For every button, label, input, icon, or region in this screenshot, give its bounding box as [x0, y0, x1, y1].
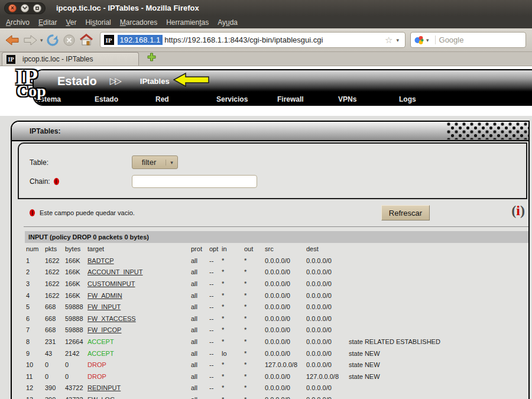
cell-out: *: [243, 394, 264, 399]
target-link[interactable]: DROP: [87, 373, 106, 380]
cell-bytes: 12664: [64, 336, 86, 348]
target-link[interactable]: ACCOUNT_INPUT: [87, 268, 143, 275]
cell-src: 0.0.0.0/0: [264, 290, 305, 301]
cell-num: 4: [25, 290, 44, 301]
cell-opt: --: [208, 313, 220, 325]
iptables-panel: IPTables: Table: filter ▾ Chain:: [11, 121, 530, 399]
chain-label: Chain:: [30, 177, 132, 186]
cell-src: 0.0.0.0/0: [264, 301, 305, 313]
table-row: 12 390 43722 REDINPUT all -- * * 0.0.0.0…: [25, 382, 440, 394]
back-icon[interactable]: [5, 33, 20, 47]
cell-opt: --: [208, 371, 220, 382]
breadcrumb-separator-icon: ▷▷: [110, 76, 120, 86]
cell-pkts: 1622: [44, 290, 64, 301]
target-link[interactable]: ACCEPT: [87, 338, 114, 345]
dot-pattern-decoration: [447, 122, 528, 140]
cell-extra: [348, 301, 440, 313]
target-link[interactable]: FW_IPCOP: [87, 326, 121, 333]
cell-src: 0.0.0.0/0: [264, 348, 305, 359]
search-engine-caret-icon[interactable]: ▾: [426, 37, 429, 43]
cell-opt: --: [208, 359, 220, 371]
info-icon[interactable]: (i): [511, 203, 525, 219]
new-tab-icon[interactable]: [147, 53, 156, 64]
cell-in: lo: [220, 348, 243, 359]
cell-in: *: [220, 382, 243, 394]
close-window-icon[interactable]: ×: [8, 4, 17, 12]
reload-icon[interactable]: [46, 33, 60, 47]
menubar-item[interactable]: Herramientas: [166, 18, 209, 27]
cell-src: 0.0.0.0/0: [264, 382, 305, 394]
cell-num: 3: [25, 278, 44, 290]
cell-num: 7: [25, 325, 44, 336]
url-dropdown-caret-icon[interactable]: ▾: [396, 37, 399, 43]
table-select[interactable]: filter ▾: [132, 155, 178, 169]
hint-row: Este campo puede quedar vacio. Refrescar…: [12, 199, 528, 226]
column-header: target: [86, 243, 190, 255]
cell-in: *: [220, 336, 243, 348]
search-box[interactable]: ▾ Google: [410, 32, 526, 48]
cell-opt: --: [208, 348, 220, 359]
cell-num: 10: [25, 359, 44, 371]
cell-opt: --: [208, 325, 220, 336]
cell-in: *: [220, 255, 243, 267]
cell-prot: all: [190, 313, 208, 325]
menubar-item[interactable]: Ayuda: [218, 18, 238, 27]
table-row: 5 668 59888 FW_INPUT all -- * * 0.0.0.0/…: [25, 301, 440, 313]
table-row: 6 668 59888 FW_XTACCESS all -- * * 0.0.0…: [25, 313, 440, 325]
maximize-window-icon[interactable]: [33, 4, 41, 12]
cell-src: 0.0.0.0/0: [264, 371, 305, 382]
site-nav-item[interactable]: Red: [155, 95, 216, 103]
menubar-item[interactable]: Marcadores: [120, 18, 157, 27]
bookmark-star-icon[interactable]: ☆: [385, 35, 392, 46]
tab-active[interactable]: IP ipcop.tic.loc - IPTables: [2, 52, 139, 66]
site-nav-item[interactable]: Servicios: [216, 95, 277, 103]
cell-opt: --: [208, 290, 220, 301]
menubar-item[interactable]: Historial: [85, 18, 111, 27]
target-link[interactable]: CUSTOMINPUT: [87, 280, 135, 287]
target-link[interactable]: BADTCP: [87, 257, 114, 264]
target-link[interactable]: ACCEPT: [87, 350, 114, 357]
chain-input[interactable]: [132, 175, 257, 188]
menubar-item[interactable]: Editar: [38, 18, 57, 27]
table-row: 11 0 0 DROP all -- * * 0.0.0.0/0 127.0: [25, 371, 440, 382]
target-link[interactable]: DROP: [87, 361, 106, 368]
cell-target: FW_ADMIN: [86, 290, 190, 301]
menubar-item[interactable]: Ver: [66, 18, 76, 27]
cell-src: 0.0.0.0/0: [264, 267, 305, 278]
target-link[interactable]: FW_XTACCESS: [87, 315, 136, 322]
cell-dest: 0.0.0.0/0: [305, 359, 348, 371]
cell-bytes: 59888: [64, 301, 86, 313]
url-bar[interactable]: IP 192.168.1.1 https://192.168.1.1:8443/…: [100, 32, 406, 48]
cell-out: *: [243, 348, 264, 359]
minimize-window-icon[interactable]: [21, 4, 29, 12]
tab-favicon: IP: [7, 55, 15, 64]
target-link[interactable]: REDINPUT: [87, 384, 121, 391]
menubar: Archivo Editar Ver Historial Marcadores …: [0, 16, 532, 28]
site-nav-item[interactable]: Logs: [399, 95, 460, 103]
target-link[interactable]: FW_ADMIN: [87, 292, 122, 299]
forward-icon[interactable]: [22, 33, 38, 47]
cell-out: *: [243, 382, 264, 394]
column-header: num: [25, 243, 44, 255]
home-icon[interactable]: [79, 33, 94, 47]
google-icon: [414, 35, 424, 45]
column-header: src: [264, 243, 305, 255]
cell-target: ACCOUNT_INPUT: [86, 267, 190, 278]
back-history-caret-icon[interactable]: ▾: [40, 37, 43, 43]
site-nav-item[interactable]: Estado: [95, 95, 155, 103]
cell-extra: [348, 394, 440, 399]
cell-num: 1: [25, 255, 44, 267]
target-link[interactable]: FW_INPUT: [87, 303, 121, 310]
cell-out: *: [243, 255, 264, 267]
cell-opt: --: [208, 336, 220, 348]
cell-extra: state NEW: [348, 371, 440, 382]
site-nav-item[interactable]: VPNs: [338, 95, 399, 103]
site-nav-item[interactable]: Firewall: [277, 95, 338, 103]
cell-num: 12: [25, 382, 44, 394]
column-header: bytes: [64, 243, 86, 255]
refresh-button[interactable]: Refrescar: [381, 205, 430, 220]
stop-icon[interactable]: [62, 33, 76, 47]
target-link[interactable]: FW_LOG: [87, 396, 115, 399]
cell-num: 5: [25, 301, 44, 313]
menubar-item[interactable]: Archivo: [6, 18, 30, 27]
